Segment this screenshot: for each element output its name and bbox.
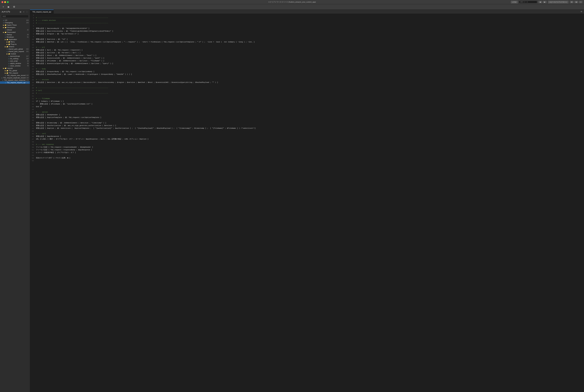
sidebar-item-s1_adjust_window[interactable]: ◇ adjust_window38 — [0, 62, 30, 64]
sidebar-item-s1_to2_request[interactable]: ▶ 📁 T02_request — [0, 72, 30, 74]
sidebar-item-s1_application[interactable]: ▶ 📁 Application — [0, 38, 30, 40]
minimize-button[interactable] — [4, 1, 6, 3]
script-icon: ◇ — [7, 48, 8, 50]
code-line: 20 — [30, 65, 584, 68]
line-content: URL から挿入 [ 選択 ; ダイアログあり: オフ ; ターゲット: $ap… — [35, 138, 584, 140]
sidebar-item-s1_deprecated[interactable]: ▶ 📁 Deprecated — [0, 31, 30, 34]
sidebar-item-s1_close_window[interactable]: ◇ close_window70 — [0, 64, 30, 67]
line-number: 19 — [30, 62, 35, 65]
sidebar-item-s1_shutdown[interactable]: ◇ Shutdown31 — [0, 36, 30, 38]
copy-script-button[interactable]: コピースクリプトテキスト — [548, 0, 568, 4]
line-content: 変数を設定 [ $secretAccessKey ; 値: "fyb0v6+g8… — [35, 30, 584, 32]
icon-btn-1[interactable]: ⊞ — [570, 1, 574, 3]
maximize-button[interactable] — [7, 1, 9, 3]
code-line: 42変数を設定 [ $authorization ; 値: aws_v4_sig… — [30, 124, 584, 127]
line-content: 変数を設定 [ $canonicalQueryString ; 値: JSONG… — [35, 62, 584, 65]
sidebar-label: Changelog — [5, 22, 26, 24]
line-number: 29 — [30, 89, 35, 92]
sidebar-item-s1_donothing[interactable]: ◇ do_nothing166 — [0, 58, 30, 60]
code-line: 19変数を設定 [ $canonicalQueryString ; 値: JSO… — [30, 62, 584, 65]
sidebar-item-s1_to2_dup[interactable]: ◇ T02_request_duplicate_record168 — [0, 76, 30, 79]
icon-btn-3[interactable]: □ — [579, 1, 582, 3]
sidebar-badge: 147 — [26, 56, 29, 57]
line-number: 23 — [30, 73, 35, 76]
line-number: 52 — [30, 151, 35, 154]
code-line: 7変数を設定 [ $secretAccessKey ; 値: "fyb0v6+g… — [30, 30, 584, 33]
line-content: # --------------------------------------… — [35, 92, 584, 94]
sidebar-item-s1_developers[interactable]: ▶ 📁 Developers — [0, 26, 30, 28]
line-content: # --- set response — [35, 143, 584, 146]
line-number: 12 — [30, 44, 35, 46]
icon-btn-2[interactable]: ▤ — [574, 1, 578, 3]
line-content: 変数を設定 [ $host ; 値: JSONGetElement ( $url… — [35, 54, 584, 57]
sidebar-badge: 105 — [26, 22, 29, 24]
line-content: 変数を設定 [ $fileName ; 値: JSONGetElement ( … — [35, 60, 584, 62]
sidebar-view-btn-2[interactable]: ≡ — [22, 10, 25, 13]
script-icon: ◇ — [9, 60, 10, 62]
editor-tab-active[interactable]: T02_request_request_api — [30, 10, 54, 14]
sidebar-item-s1_plugins[interactable]: ▶ 📁 Plug-ins — [0, 43, 30, 46]
code-line: 18変数を設定 [ $fileName ; 値: JSONGetElement … — [30, 60, 584, 62]
back-button[interactable]: に行き — [511, 0, 518, 4]
code-line: 27 — [30, 84, 584, 86]
sidebar-item-s1_exit_script[interactable]: ◇ exit_script29 — [0, 60, 30, 62]
mbs-search-input[interactable] — [519, 1, 537, 3]
sidebar-item-s1_layouts[interactable]: ▶ 📁 Layouts — [0, 67, 30, 70]
line-content: 変数を設定 [ $optionTemplate ; 値: T02_request… — [35, 116, 584, 119]
sidebar-item-s1_t01_global[interactable]: ▶ 📁 T01_global — [0, 70, 30, 72]
line-number: 27 — [30, 84, 35, 86]
code-line: 3# --- create envJson — [30, 19, 584, 22]
sidebar-item-s1_to2_new[interactable]: ◇ T02_request_new_record165 — [0, 74, 30, 76]
sidebar-label: adjust_window — [10, 62, 26, 64]
line-content: 変数を設定 [ $accessKeyId ; 値: "AKIAQGIBVCFDV… — [35, 27, 584, 30]
nav-right-button[interactable]: ▶ — [543, 1, 547, 3]
code-line: 39変数を設定 [ $optionTemplate ; 値: T02_reque… — [30, 116, 584, 119]
line-content: # --- create envJson — [35, 19, 584, 22]
sidebar-item-s1_to2_clear[interactable]: ◇ T02_request_clear_response170 — [0, 79, 30, 81]
sidebar-item-s1_changelog[interactable]: ◇ Changelog105 — [0, 22, 30, 24]
sidebar-item-s1_dummyscript[interactable]: ◇ dummyScript147 — [0, 55, 30, 58]
code-line: 24 — [30, 76, 584, 78]
script-icon: ◇ — [5, 36, 6, 38]
sidebar-item-s1_shared_goto_request[interactable]: ◇ shared_goto_request161 — [0, 50, 30, 52]
debug-button[interactable]: ⚙ — [12, 5, 16, 9]
add-button[interactable]: + — [2, 5, 5, 9]
code-line: 37# --- option — [30, 111, 584, 114]
sidebar-view-btn-1[interactable]: ▦ — [19, 10, 22, 13]
sidebar-label: shared_goto_global — [9, 48, 26, 50]
code-line: 2# -------------------------------------… — [30, 16, 584, 19]
code-line: 55 — [30, 160, 584, 162]
code-line: 53 — [30, 154, 584, 157]
sidebar-item-s1_ingore[interactable]: ▶ 📁 Ingore These — [0, 24, 30, 26]
line-number: 50 — [30, 146, 35, 149]
script-icon: ◇ — [5, 82, 6, 84]
close-button[interactable] — [2, 1, 3, 3]
sidebar-item-s1_shared_goto_global[interactable]: ◇ shared_goto_global162 — [0, 48, 30, 50]
sidebar-item-s1_module[interactable]: ▶ 📁 module — [0, 52, 30, 55]
sidebar-item-s1_shared[interactable]: ▶ 📁 Shared — [0, 46, 30, 48]
nav-left-button[interactable]: ◀ — [538, 1, 542, 3]
script-icon: ◇ — [9, 65, 10, 67]
sidebar-item-s1_0[interactable]: ◇ 1.0104 — [0, 19, 30, 22]
sidebar-label: Developers — [7, 26, 29, 28]
code-line: 13# --- url — [30, 46, 584, 49]
play-button[interactable]: ▶ — [7, 5, 11, 9]
code-line: 49# --- set response — [30, 143, 584, 146]
sidebar-tree: ◇ 1.0104◇ Changelog105▶ 📁 Ingore These▶ … — [0, 18, 30, 392]
sidebar-badge: 70 — [27, 65, 29, 67]
line-number: 2 — [30, 16, 35, 19]
traffic-lights — [2, 1, 9, 3]
line-content: レコードノ検索条件確定 [ ダイアログあり: オフ ] — [35, 151, 584, 154]
sidebar-label: dummyScript — [10, 55, 26, 57]
sidebar-item-s1_to2_api[interactable]: ◇ T02_request_request_api169 — [0, 81, 30, 84]
code-line: 54現在のスクリプト終了 [ テキスト結果: ■ ] — [30, 157, 584, 160]
sidebar-item-s1_startup[interactable]: ◇ Startup30 — [0, 34, 30, 36]
sidebar-search-input[interactable] — [1, 15, 29, 18]
sidebar-item-s1_menu[interactable]: ▶ 📁 Menu — [0, 40, 30, 43]
sidebar-view-btn-3[interactable]: ⋮ — [26, 10, 28, 13]
code-editor[interactable]: 12# ------------------------------------… — [30, 14, 584, 392]
sidebar-item-s1_release[interactable]: ◇ release32 — [0, 28, 30, 31]
code-line: 36 — [30, 108, 584, 111]
line-number: 24 — [30, 76, 35, 78]
code-line: 30# ------------------------------------… — [30, 92, 584, 95]
